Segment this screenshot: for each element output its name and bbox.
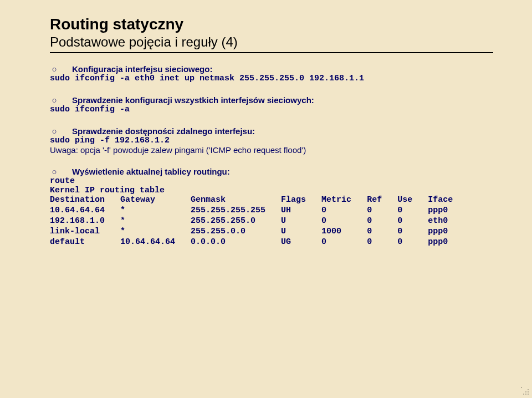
table-row-header: Destination Gateway Genmask Flags Metric… (50, 195, 453, 206)
heading-check-interfaces: Sprawdzenie konfiguracji wszystkich inte… (72, 95, 314, 105)
resize-grip-icon (521, 387, 529, 395)
cmd-ping: sudo ping -f 192.168.1.2 (50, 136, 482, 145)
bullet-icon: ○ (50, 127, 59, 135)
heading-route: Wyświetlenie aktualnej tablicy routingu: (72, 167, 230, 176)
slide: Routing statyczny Podstawowe pojęcia i r… (0, 0, 532, 398)
heading-config-interface: Konfiguracja interfejsu sieciowego: (72, 64, 212, 74)
section-ping: ○ Sprawdzenie dostępności zdalnego inter… (50, 126, 482, 155)
table-row: 192.168.1.0 * 255.255.255.0 U 0 0 0 eth0 (50, 216, 453, 227)
col-metric: Metric (321, 195, 367, 206)
col-destination: Destination (50, 195, 120, 206)
cmd-ifconfig-set: sudo ifconfig -a eth0 inet up netmask 25… (50, 74, 482, 83)
table-row: default 10.64.64.64 0.0.0.0 UG 0 0 0 ppp… (50, 237, 453, 248)
col-genmask: Genmask (191, 195, 281, 206)
slide-title: Routing statyczny (50, 16, 482, 33)
section-route: ○ Wyświetlenie aktualnej tablicy routing… (50, 167, 482, 248)
cmd-route: route (50, 176, 482, 186)
table-row: 10.64.64.64 * 255.255.255.255 UH 0 0 0 p… (50, 206, 453, 216)
bullet-icon: ○ (50, 167, 59, 176)
cmd-ifconfig-all: sudo ifconfig -a (50, 105, 482, 114)
slide-subtitle: Podstawowe pojęcia i reguły (4) (50, 34, 482, 50)
col-use: Use (397, 195, 428, 206)
col-gateway: Gateway (120, 195, 191, 206)
routing-table: Destination Gateway Genmask Flags Metric… (50, 195, 453, 248)
col-ref: Ref (367, 195, 397, 206)
table-row: link-local * 255.255.0.0 U 1000 0 0 ppp0 (50, 227, 453, 237)
bullet-icon: ○ (50, 65, 59, 73)
bullet-icon: ○ (50, 96, 59, 104)
heading-ping: Sprawdzenie dostępności zdalnego interfe… (72, 126, 255, 136)
route-caption: Kernel IP routing table (50, 186, 482, 195)
section-config-interface: ○ Konfiguracja interfejsu sieciowego: su… (50, 64, 482, 83)
col-flags: Flags (281, 195, 321, 206)
title-rule (50, 52, 493, 53)
col-iface: Iface (428, 195, 453, 206)
section-check-interfaces: ○ Sprawdzenie konfiguracji wszystkich in… (50, 95, 482, 114)
note-ping-flood: Uwaga: opcja '-f' powoduje zalew pingami… (50, 145, 482, 155)
